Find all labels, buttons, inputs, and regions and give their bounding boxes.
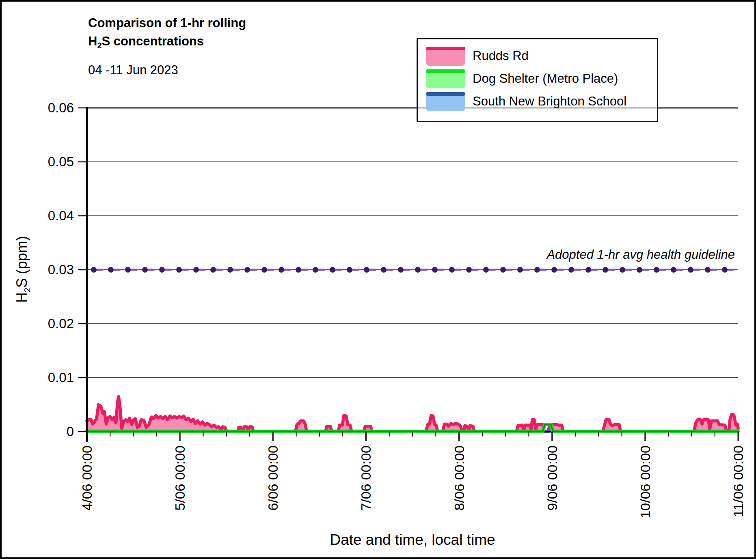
guideline-dot bbox=[705, 267, 711, 273]
y-axis-title: H2S (ppm) bbox=[13, 236, 32, 303]
title-block: Comparison of 1-hr rolling H2S concentra… bbox=[88, 14, 246, 77]
x-tick-label: 4/06 00:00 bbox=[79, 445, 95, 511]
guideline-dot bbox=[722, 267, 728, 273]
guideline-dot bbox=[91, 267, 97, 273]
legend-swatch-line bbox=[426, 92, 465, 96]
guideline-dot bbox=[603, 267, 608, 273]
y-tick-label: 0 bbox=[67, 424, 74, 439]
guideline-annotation: Adopted 1-hr avg health guideline bbox=[408, 247, 735, 262]
legend-label: South New Brighton School bbox=[473, 94, 626, 109]
guideline-dot bbox=[279, 267, 284, 273]
chart-figure: 00.010.020.030.040.050.064/06 00:005/06 … bbox=[0, 0, 756, 559]
legend-swatch-rudds-rd bbox=[426, 47, 465, 66]
legend-item: Dog Shelter (Metro Place) bbox=[426, 69, 657, 88]
legend-swatch-line bbox=[426, 69, 465, 73]
guideline-dot bbox=[176, 267, 182, 273]
guideline-dot bbox=[449, 267, 455, 273]
legend-item: Rudds Rd bbox=[426, 46, 657, 66]
y-tick-label: 0.04 bbox=[48, 208, 74, 223]
legend-swatch-south-new-brighton bbox=[426, 92, 465, 111]
x-tick-label: 5/06 00:00 bbox=[172, 445, 188, 511]
guideline-dot bbox=[330, 267, 335, 273]
guideline-dot bbox=[108, 267, 114, 273]
guideline-dot bbox=[159, 267, 165, 273]
rudds-rd-area bbox=[87, 397, 738, 432]
y-tick-label: 0.01 bbox=[48, 370, 74, 385]
x-tick-label: 6/06 00:00 bbox=[265, 445, 281, 511]
chart-subtitle: 04 -11 Jun 2023 bbox=[88, 63, 246, 77]
guideline-dot bbox=[364, 267, 369, 273]
guideline-dot bbox=[620, 267, 625, 273]
guideline-dot bbox=[193, 267, 199, 273]
guideline-dot bbox=[432, 267, 438, 273]
chart-title-line1: Comparison of 1-hr rolling bbox=[88, 14, 246, 32]
legend: Rudds Rd Dog Shelter (Metro Place) South… bbox=[417, 38, 658, 122]
guideline-dot bbox=[654, 267, 659, 273]
x-tick-label: 10/06 00:00 bbox=[637, 445, 653, 518]
guideline-dot bbox=[688, 267, 693, 273]
guideline-dot bbox=[517, 267, 523, 273]
guideline-dot bbox=[568, 267, 574, 273]
guideline-dot bbox=[483, 267, 489, 273]
x-tick-label: 9/06 00:00 bbox=[544, 445, 560, 511]
legend-item: South New Brighton School bbox=[426, 92, 657, 111]
x-tick-label: 7/06 00:00 bbox=[358, 445, 374, 511]
guideline-dot bbox=[551, 267, 557, 273]
y-tick-label: 0.05 bbox=[48, 154, 74, 169]
guideline-dot bbox=[296, 267, 301, 273]
guideline-dot bbox=[381, 267, 387, 273]
y-tick-label: 0.06 bbox=[48, 100, 74, 115]
guideline-dot bbox=[415, 267, 421, 273]
guideline-dot bbox=[261, 267, 267, 273]
guideline-dot bbox=[210, 267, 216, 273]
legend-label: Rudds Rd bbox=[473, 49, 529, 63]
guideline-dot bbox=[398, 267, 404, 273]
guideline-dot bbox=[244, 267, 250, 273]
guideline-dot bbox=[142, 267, 148, 273]
guideline-dot bbox=[125, 267, 131, 273]
guideline-dot bbox=[466, 267, 472, 273]
x-axis-title: Date and time, local time bbox=[87, 531, 738, 548]
y-tick-label: 0.02 bbox=[48, 316, 74, 331]
legend-swatch-dog-shelter bbox=[426, 69, 465, 88]
legend-label: Dog Shelter (Metro Place) bbox=[473, 71, 618, 86]
guideline-dot bbox=[500, 267, 506, 273]
chart-title-line2: H2S concentrations bbox=[88, 32, 246, 55]
guideline-dot bbox=[671, 267, 676, 273]
x-tick-label: 8/06 00:00 bbox=[451, 445, 467, 511]
y-tick-label: 0.03 bbox=[48, 262, 74, 277]
guideline-dot bbox=[347, 267, 352, 273]
guideline-dot bbox=[534, 267, 540, 273]
x-tick-label: 11/06 00:00 bbox=[730, 445, 746, 517]
guideline-dot bbox=[313, 267, 318, 273]
guideline-dot bbox=[637, 267, 642, 273]
guideline-dot bbox=[227, 267, 233, 273]
legend-swatch-line bbox=[426, 47, 465, 50]
guideline-dot bbox=[585, 267, 591, 273]
